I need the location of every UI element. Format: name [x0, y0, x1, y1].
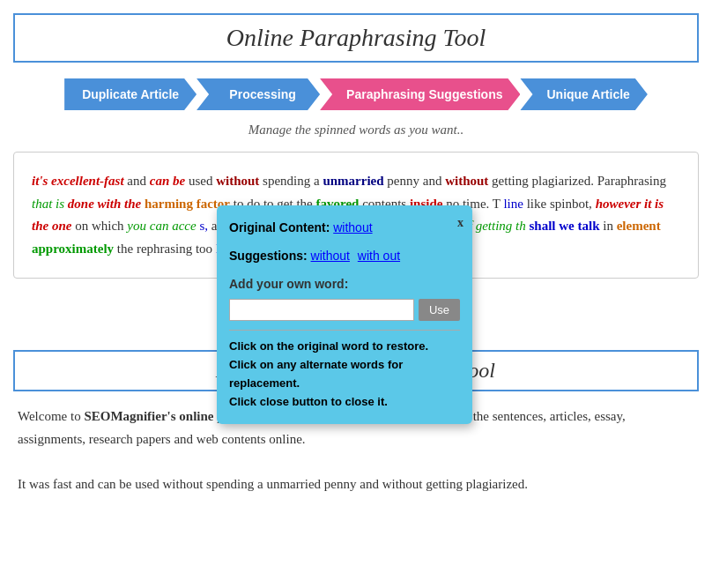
popup-suggestions-row: Suggestions: without with out [229, 246, 460, 267]
steps-nav: Duplicate Article Processing Paraphrasin… [13, 78, 699, 110]
content-box: it's excellent-fast and can be used with… [13, 152, 699, 279]
popup-word-input[interactable] [229, 299, 414, 321]
main-title: Online Paraphrasing Tool [33, 24, 679, 52]
popup-input-row: Use [229, 299, 460, 321]
subtitle: Manage the spinned words as you want.. [13, 123, 699, 138]
about-paragraph-2: It was fast and can be used without spen… [18, 473, 694, 496]
popup-suggestion-2[interactable]: with out [358, 249, 400, 263]
popup-suggestion-1[interactable]: without [311, 249, 350, 263]
popup-add-label: Add your own word: [229, 274, 460, 295]
popup-use-button[interactable]: Use [419, 299, 460, 321]
step-processing[interactable]: Processing [197, 78, 320, 110]
step-unique[interactable]: Unique Article [520, 78, 647, 110]
popup-close-button[interactable]: x [457, 212, 464, 234]
step-paraphrasing[interactable]: Paraphrasing Suggestions [320, 78, 520, 110]
popup-original-row: Original Content: without [229, 218, 460, 239]
main-title-box: Online Paraphrasing Tool [13, 13, 699, 63]
popup-original-word[interactable]: without [333, 220, 372, 234]
suggestion-popup: x Original Content: without Suggestions:… [217, 205, 472, 424]
step-duplicate[interactable]: Duplicate Article [64, 78, 197, 110]
popup-divider [229, 330, 460, 331]
popup-instructions: Click on the original word to restore. C… [229, 338, 460, 411]
